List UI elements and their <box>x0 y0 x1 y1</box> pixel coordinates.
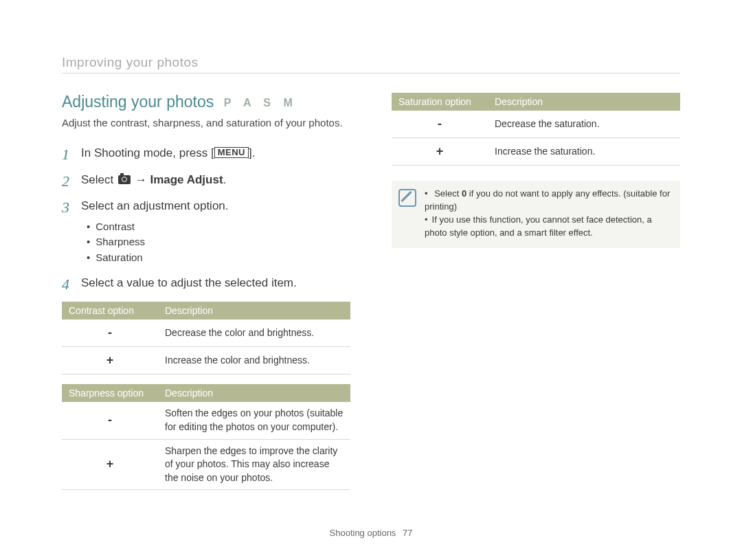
symbol-cell: + <box>62 439 158 490</box>
table-header-row: Saturation option Description <box>392 93 680 111</box>
saturation-table: Saturation option Description - Decrease… <box>392 93 680 166</box>
desc-cell: Increase the color and brightness. <box>158 347 350 374</box>
th-option: Contrast option <box>62 302 158 320</box>
step-text: Select a value to adjust the selected it… <box>81 276 297 289</box>
contrast-table: Contrast option Description - Decrease t… <box>62 302 350 374</box>
table-header-row: Sharpness option Description <box>62 384 350 402</box>
step-text: Select <box>81 173 117 186</box>
note-item: Select 0 if you do not want to apply any… <box>425 188 671 214</box>
step-4: Select a value to adjust the selected it… <box>62 275 350 292</box>
th-option: Sharpness option <box>62 384 158 402</box>
list-item: Saturation <box>87 250 350 266</box>
table-row: - Soften the edges on your photos (suita… <box>62 402 350 439</box>
menu-button-glyph: MENU <box>214 147 249 158</box>
note-text: Select <box>434 188 462 199</box>
mode-badges: P A S M <box>224 97 297 109</box>
desc-cell: Soften the edges on your photos (suitabl… <box>158 402 350 439</box>
symbol-cell: + <box>392 138 488 166</box>
symbol-cell: - <box>392 111 488 138</box>
section-title: Adjusting your photos <box>62 93 214 111</box>
note-item: If you use this function, you cannot set… <box>425 214 671 240</box>
desc-cell: Sharpen the edges to improve the clarity… <box>158 439 350 490</box>
desc-cell: Increase the saturation. <box>488 138 680 166</box>
note-box: Select 0 if you do not want to apply any… <box>392 181 680 247</box>
breadcrumb: Improving your photos <box>62 55 680 70</box>
desc-cell: Decrease the saturation. <box>488 111 680 138</box>
step-1: In Shooting mode, press [MENU]. <box>62 145 350 162</box>
right-column: Saturation option Description - Decrease… <box>392 93 680 490</box>
step-text: Select an adjustment option. <box>81 199 229 212</box>
table-row: + Increase the color and brightness. <box>62 347 350 374</box>
list-item: Sharpness <box>87 234 350 250</box>
steps-list: In Shooting mode, press [MENU]. Select →… <box>62 145 350 292</box>
footer-section-label: Shooting options <box>330 528 396 538</box>
note-list: Select 0 if you do not want to apply any… <box>425 188 671 239</box>
table-row: + Sharpen the edges to improve the clari… <box>62 439 350 490</box>
step-text: ]. <box>249 146 255 159</box>
step-2: Select → Image Adjust. <box>62 172 350 189</box>
page-number: 77 <box>403 528 412 538</box>
arrow-text: → <box>132 173 150 186</box>
note-icon <box>398 189 416 207</box>
table-row: - Decrease the color and brightness. <box>62 320 350 347</box>
th-description: Description <box>158 302 350 320</box>
list-item: Contrast <box>87 219 350 235</box>
symbol-cell: - <box>62 402 158 439</box>
th-description: Description <box>158 384 350 402</box>
th-option: Saturation option <box>392 93 488 111</box>
step-text: In Shooting mode, press [ <box>81 146 214 159</box>
left-column: Adjusting your photos P A S M Adjust the… <box>62 93 350 490</box>
table-row: - Decrease the saturation. <box>392 111 680 138</box>
camera-icon <box>118 175 131 184</box>
symbol-cell: + <box>62 347 158 374</box>
table-row: + Increase the saturation. <box>392 138 680 166</box>
step-text: . <box>223 173 227 186</box>
sharpness-table: Sharpness option Description - Soften th… <box>62 384 350 490</box>
page-footer: Shooting options 77 <box>0 528 742 538</box>
table-header-row: Contrast option Description <box>62 302 350 320</box>
th-description: Description <box>488 93 680 111</box>
adjustment-options-list: Contrast Sharpness Saturation <box>81 219 350 266</box>
section-intro: Adjust the contrast, sharpness, and satu… <box>62 115 350 130</box>
divider <box>62 73 680 74</box>
symbol-cell: - <box>62 320 158 347</box>
step-3: Select an adjustment option. Contrast Sh… <box>62 198 350 265</box>
desc-cell: Decrease the color and brightness. <box>158 320 350 347</box>
image-adjust-label: Image Adjust <box>150 173 223 186</box>
